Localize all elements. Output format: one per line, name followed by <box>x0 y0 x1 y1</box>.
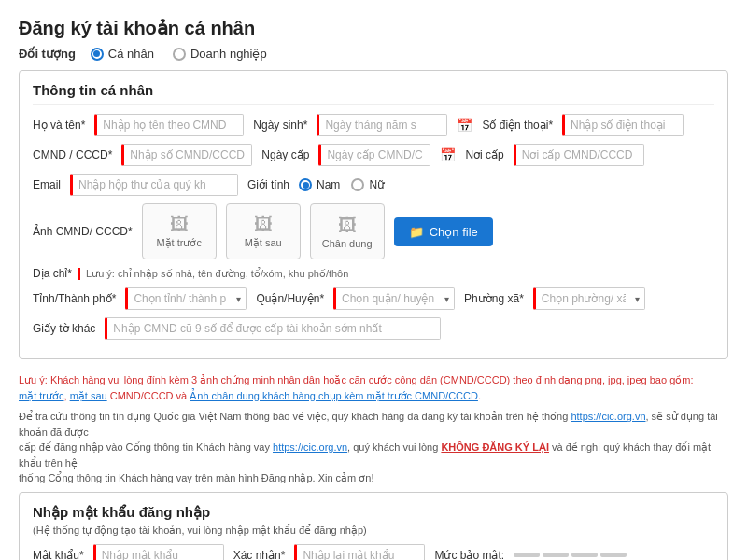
ngay-cap-input[interactable] <box>318 144 430 166</box>
location-row: Tỉnh/Thành phố* Chọn tỉnh/ thành phố Quậ… <box>33 287 714 310</box>
radio-nam[interactable]: Nam <box>299 178 340 191</box>
note1-block: Lưu ý: Khách hàng vui lòng đính kèm 3 ản… <box>19 372 728 403</box>
strength-bar-1 <box>514 553 540 557</box>
photo-upload-row: Ảnh CMND/ CCCD* 🖼 Mặt trước 🖼 Mặt sau 🖼 … <box>33 203 714 259</box>
chan-dung-link[interactable]: Ảnh chân dung khách hàng chụp kèm mặt tr… <box>190 390 478 401</box>
phuong-select-wrapper: Chọn phường/ xã <box>533 287 645 310</box>
page-title: Đăng ký tài khoản cá nhân <box>19 9 728 39</box>
page-container: Đăng ký tài khoản cá nhân Đối tượng Cá n… <box>0 0 747 560</box>
radio-doanh-nghiep[interactable]: Doanh nghiệp <box>173 47 267 61</box>
cic-link1[interactable]: https://cic.org.vn <box>571 411 645 422</box>
chan-dung-icon: 🖼 <box>338 215 357 236</box>
email-label: Email <box>33 178 61 191</box>
radio-ca-nhan[interactable]: Cá nhân <box>91 47 154 61</box>
radio-ca-nhan-circle <box>91 48 104 61</box>
mat-truoc-link[interactable]: mặt trước <box>19 390 64 401</box>
dia-chi-note: Lưu ý: chỉ nhập số nhà, tên đường, tổ/xó… <box>78 268 714 280</box>
cmnd-label: CMND / CCCD* <box>33 148 112 161</box>
cic-link2[interactable]: https://cic.org.vn <box>273 441 347 453</box>
dia-chi-row: Địa chỉ* Lưu ý: chỉ nhập số nhà, tên đườ… <box>33 267 714 280</box>
radio-nu-circle <box>351 178 364 191</box>
mat-sau-icon: 🖼 <box>254 214 273 235</box>
doi-tuong-radio-group: Cá nhân Doanh nghiệp <box>91 47 267 61</box>
khong-dang-ky-lai: KHÔNG ĐĂNG KÝ LẠI <box>441 441 549 453</box>
phuong-label: Phường xã* <box>464 292 524 305</box>
chan-dung-box[interactable]: 🖼 Chân dung <box>310 203 385 259</box>
mat-khau-title: Nhập mật khẩu đăng nhập <box>33 504 714 521</box>
radio-nu-label: Nữ <box>369 178 385 191</box>
thong-tin-ca-nhan-title: Thông tin cá nhân <box>33 82 714 105</box>
radio-doanh-nghiep-circle <box>173 48 186 61</box>
note1-text: Lưu ý: Khách hàng vui lòng đính kèm 3 ản… <box>19 374 693 385</box>
note2-cont: cấp để đăng nhập vào Cổng thông tin Khác… <box>19 441 711 469</box>
strength-bar-3 <box>571 553 598 557</box>
ngay-sinh-input[interactable] <box>317 114 447 136</box>
ngay-sinh-label: Ngày sinh* <box>253 119 307 132</box>
mat-khau-label: Mật khẩu* <box>33 549 84 561</box>
ho-ten-label: Họ và tên* <box>33 119 85 132</box>
gioi-tinh-group: Nam Nữ <box>299 178 385 191</box>
giay-to-khac-row: Giấy tờ khác <box>33 317 714 340</box>
note2-text: Để tra cứu thông tin tín dụng Quốc gia V… <box>19 411 718 438</box>
cmnd-photos-label: Ảnh CMND/ CCCD* <box>33 225 133 238</box>
so-dien-thoai-label: Số điện thoại* <box>482 119 553 132</box>
doi-tuong-row: Đối tượng Cá nhân Doanh nghiệp <box>19 47 728 61</box>
dia-chi-label: Địa chỉ* <box>33 267 72 280</box>
email-input[interactable] <box>70 174 238 196</box>
mat-sau-link[interactable]: mặt sau <box>70 390 107 401</box>
mat-khau-section: Nhập mật khẩu đăng nhập (Hệ thống tự độn… <box>19 492 728 561</box>
ngay-cap-label: Ngày cấp <box>261 148 309 161</box>
quan-select[interactable]: Chọn quận/ huyện <box>333 287 455 310</box>
tinh-label: Tỉnh/Thành phố* <box>33 292 116 305</box>
phuong-select[interactable]: Chọn phường/ xã <box>533 287 645 310</box>
radio-nam-label: Nam <box>317 178 340 191</box>
tinh-select[interactable]: Chọn tỉnh/ thành phố <box>125 287 247 310</box>
quan-select-wrapper: Chọn quận/ huyện <box>333 287 455 310</box>
mat-khau-input[interactable] <box>93 544 224 561</box>
ho-ten-input[interactable] <box>94 114 244 136</box>
noi-cap-input[interactable] <box>514 144 644 166</box>
giay-to-khac-input[interactable] <box>105 317 441 340</box>
tinh-select-wrapper: Chọn tỉnh/ thành phố <box>125 287 247 310</box>
mat-truoc-icon: 🖼 <box>170 214 189 235</box>
mat-sau-label: Mặt sau <box>245 237 282 249</box>
row-cmnd-ngay-cap: CMND / CCCD* Ngày cấp 📅 Nơi cấp <box>33 144 714 166</box>
mat-khau-subtitle: (Hệ thống tự động tạo tài khoản, vui lòn… <box>33 525 714 537</box>
chon-file-button[interactable]: 📁 Chọn file <box>394 217 493 246</box>
radio-doanh-nghiep-label: Doanh nghiệp <box>190 47 267 61</box>
muc-bao-mat-label: Mức bảo mật: <box>434 549 504 561</box>
row-email-gioitinh: Email Giới tính Nam Nữ <box>33 174 714 196</box>
doi-tuong-label: Đối tượng <box>19 47 76 61</box>
so-dien-thoai-input[interactable] <box>562 114 684 136</box>
noi-cap-label: Nơi cấp <box>465 148 503 161</box>
xac-nhan-label: Xác nhận* <box>233 549 286 561</box>
chan-dung-label: Chân dung <box>322 238 373 249</box>
xac-nhan-input[interactable] <box>294 544 425 561</box>
note2-block: Để tra cứu thông tin tín dụng Quốc gia V… <box>19 409 728 486</box>
note1-links: mặt trước, mặt sau CMND/CCCD và Ảnh chân… <box>19 390 481 401</box>
thong-tin-ca-nhan-section: Thông tin cá nhân Họ và tên* Ngày sinh* … <box>19 70 728 359</box>
mat-sau-box[interactable]: 🖼 Mặt sau <box>226 203 301 259</box>
strength-bars <box>514 553 627 557</box>
row-ho-ten-ngay-sinh: Họ và tên* Ngày sinh* 📅 Số điện thoại* <box>33 114 714 136</box>
gioi-tinh-label: Giới tính <box>247 178 289 191</box>
mat-truoc-box[interactable]: 🖼 Mặt trước <box>142 203 217 259</box>
chon-file-label: Chọn file <box>430 225 478 239</box>
cmnd-input[interactable] <box>121 144 252 166</box>
strength-bar-2 <box>543 553 569 557</box>
radio-ca-nhan-label: Cá nhân <box>108 47 154 61</box>
ngay-sinh-calendar-icon[interactable]: 📅 <box>457 118 472 133</box>
radio-nu[interactable]: Nữ <box>351 178 385 191</box>
mat-truoc-label: Mặt trước <box>156 237 202 249</box>
ngay-cap-calendar-icon[interactable]: 📅 <box>440 147 456 162</box>
note2-cont2: thống Cổng thông tin Khách hàng vay trên… <box>19 472 374 483</box>
strength-bar-4 <box>600 553 627 557</box>
folder-icon: 📁 <box>409 225 424 239</box>
giay-to-khac-label: Giấy tờ khác <box>33 322 95 335</box>
password-row: Mật khẩu* Xác nhận* Mức bảo mật: <box>33 544 714 561</box>
radio-nam-circle <box>299 178 312 191</box>
quan-label: Quận/Huyện* <box>256 292 324 305</box>
